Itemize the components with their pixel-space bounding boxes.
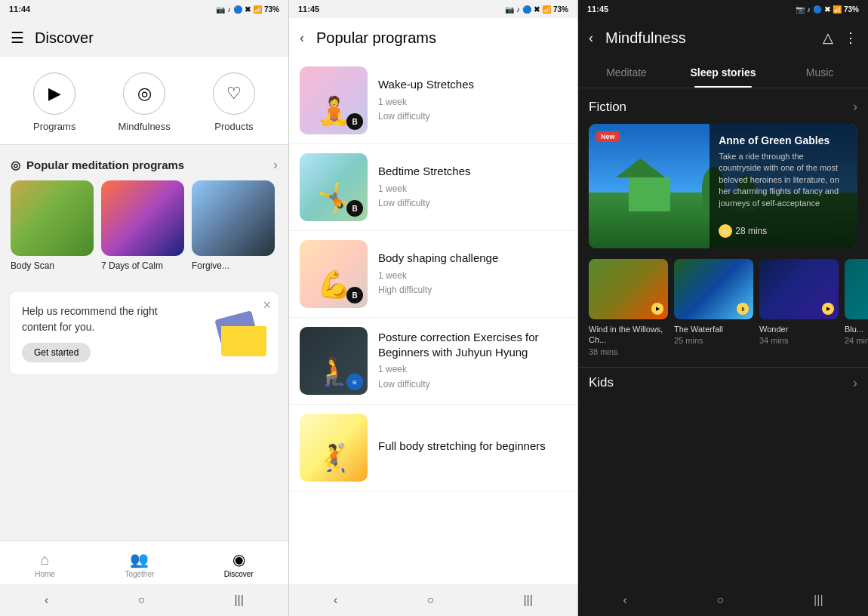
willows-duration: 38 mins (589, 347, 668, 356)
wonder-duration: 34 mins (759, 336, 839, 345)
program-meta-bedtime: 1 week Low difficulty (378, 182, 567, 211)
program-item-bedtime[interactable]: 🤸 B Bedtime Stretches 1 week Low difficu… (289, 144, 577, 231)
body-scan-label: Body Scan (11, 260, 94, 271)
meditation-cards-row: Body Scan 7 Days of Calm Forgive... (0, 180, 288, 282)
status-icons-2: 📷 ♪ 🔵 ✖ 📶 73% (505, 5, 568, 14)
featured-duration: ▶ 28 mins (719, 224, 848, 238)
meditation-section-header[interactable]: ◎ Popular meditation programs › (0, 145, 288, 180)
battery-1: 73% (264, 5, 279, 14)
mindfulness-tabs: Meditate Sleep stories Music (578, 57, 868, 88)
sys-recent-2[interactable]: ||| (508, 590, 547, 610)
promo-text: Help us recommend the right content for … (22, 303, 158, 335)
time-3: 11:45 (587, 5, 608, 14)
program-info-shaping: Body shaping challenge 1 week High diffi… (378, 251, 567, 297)
top-icons-mindfulness: △ ⋮ (823, 29, 857, 46)
card-waterfall[interactable]: ⏸ The Waterfall 25 mins (674, 259, 753, 356)
fiction-arrow: › (853, 99, 857, 115)
sys-recent-3[interactable]: ||| (799, 590, 838, 610)
products-icon-item[interactable]: ♡ Products (213, 72, 255, 132)
featured-play-dot: ▶ (719, 224, 732, 238)
nav-discover[interactable]: ◉ Discover (218, 547, 260, 581)
card-blu[interactable]: ▶ Blu... 24 mins (845, 259, 868, 356)
sys-back-1[interactable]: ‹ (29, 590, 63, 610)
badge-posture: ≡ (346, 374, 363, 390)
mountain-icon[interactable]: △ (823, 29, 833, 46)
featured-card-anne[interactable]: New Anne of Green Gables Take a ride thr… (589, 124, 857, 248)
envelope-illus (221, 326, 266, 356)
program-thumb-wakeup: 🧘 B (300, 66, 368, 134)
panel-popular-programs: 11:45 📷 ♪ 🔵 ✖ 📶 73% ‹ Popular programs 🧘… (289, 0, 578, 616)
kids-arrow: › (853, 375, 857, 391)
sys-home-2[interactable]: ○ (412, 590, 450, 610)
tab-meditate[interactable]: Meditate (578, 57, 675, 88)
nav-home-label: Home (35, 570, 55, 578)
get-started-button[interactable]: Get started (22, 343, 91, 362)
kids-section-row[interactable]: Kids › (578, 367, 868, 399)
programs-circle: ▶ (33, 72, 75, 115)
bottom-nav-1: ⌂ Home 👥 Together ◉ Discover (0, 541, 288, 584)
program-item-posture[interactable]: 🧎 ≡ Posture correction Exercises for Beg… (289, 318, 577, 405)
waterfall-duration: 25 mins (674, 336, 753, 345)
waterfall-label: The Waterfall (674, 324, 753, 334)
fiction-section-row[interactable]: Fiction › (578, 88, 868, 124)
med-card-forgive[interactable]: Forgive... (192, 180, 275, 271)
program-name-shaping: Body shaping challenge (378, 251, 567, 266)
battery-2: 73% (553, 5, 568, 14)
forgive-img (192, 180, 275, 256)
panel-discover: 11:44 📷 ♪ 🔵 ✖ 📶 73% ☰ Discover ▶ Program… (0, 0, 289, 616)
program-item-fullbody[interactable]: 🤾 Full body stretching for beginners (289, 405, 577, 491)
badge-shaping: B (346, 287, 363, 303)
nav-discover-label: Discover (224, 570, 254, 578)
back-button-programs[interactable]: ‹ (300, 30, 304, 46)
med-card-body-scan[interactable]: Body Scan (11, 180, 94, 271)
sys-home-3[interactable]: ○ (702, 590, 740, 610)
body-scan-img (11, 180, 94, 256)
sys-home-1[interactable]: ○ (123, 590, 161, 610)
program-thumb-posture: 🧎 ≡ (300, 327, 368, 395)
program-info-fullbody: Full body stretching for beginners (378, 439, 567, 457)
status-icons-1: 📷 ♪ 🔵 ✖ 📶 73% (216, 5, 279, 14)
nav-together[interactable]: 👥 Together (119, 547, 160, 581)
willows-img: ▶ (589, 259, 668, 319)
program-name-wakeup: Wake-up Stretches (378, 77, 567, 92)
back-button-mindfulness[interactable]: ‹ (589, 30, 593, 46)
programs-icon-item[interactable]: ▶ Programs (33, 72, 75, 132)
sys-recent-1[interactable]: ||| (219, 590, 258, 610)
sys-nav-3: ‹ ○ ||| (578, 584, 868, 616)
tab-sleep-stories[interactable]: Sleep stories (675, 57, 771, 88)
fiction-title: Fiction (589, 100, 626, 115)
category-icons: ▶ Programs ◎ Mindfulness ♡ Products (0, 57, 288, 145)
card-willows[interactable]: ▶ Wind in the Willows, Ch... 38 mins (589, 259, 668, 356)
7days-img (101, 180, 184, 256)
med-card-7days[interactable]: 7 Days of Calm (101, 180, 184, 271)
program-meta-wakeup: 1 week Low difficulty (378, 95, 567, 124)
sys-back-3[interactable]: ‹ (608, 590, 642, 610)
badge-bedtime: B (346, 200, 363, 217)
more-icon[interactable]: ⋮ (844, 29, 857, 46)
program-item-shaping[interactable]: 💪 B Body shaping challenge 1 week High d… (289, 231, 577, 318)
top-bar-discover: ☰ Discover (0, 18, 288, 57)
meditation-chevron[interactable]: › (273, 157, 278, 173)
program-thumb-shaping: 💪 B (300, 240, 368, 308)
badge-wakeup: B (346, 113, 363, 130)
top-bar-programs: ‹ Popular programs (289, 18, 577, 57)
waterfall-img: ⏸ (674, 259, 753, 319)
program-info-bedtime: Bedtime Stretches 1 week Low difficulty (378, 164, 567, 211)
mindfulness-icon-item[interactable]: ◎ Mindfulness (118, 72, 170, 132)
products-circle: ♡ (213, 72, 255, 115)
featured-title: Anne of Green Gables (719, 134, 848, 146)
sys-back-2[interactable]: ‹ (319, 590, 352, 610)
program-item-wakeup[interactable]: 🧘 B Wake-up Stretches 1 week Low difficu… (289, 57, 577, 144)
time-1: 11:44 (9, 5, 30, 14)
wonder-label: Wonder (759, 324, 839, 334)
program-list: 🧘 B Wake-up Stretches 1 week Low difficu… (289, 57, 577, 584)
program-thumb-fullbody: 🤾 (300, 414, 368, 482)
sys-nav-1: ‹ ○ ||| (0, 584, 288, 616)
nav-home[interactable]: ⌂ Home (29, 548, 61, 581)
card-wonder[interactable]: ▶ Wonder 34 mins (759, 259, 839, 356)
program-name-posture: Posture correction Exercises for Beginne… (378, 330, 567, 359)
waterfall-play-dot: ⏸ (737, 303, 749, 315)
tab-music[interactable]: Music (771, 57, 868, 88)
hamburger-menu[interactable]: ☰ (11, 29, 24, 47)
time-2: 11:45 (298, 5, 319, 14)
